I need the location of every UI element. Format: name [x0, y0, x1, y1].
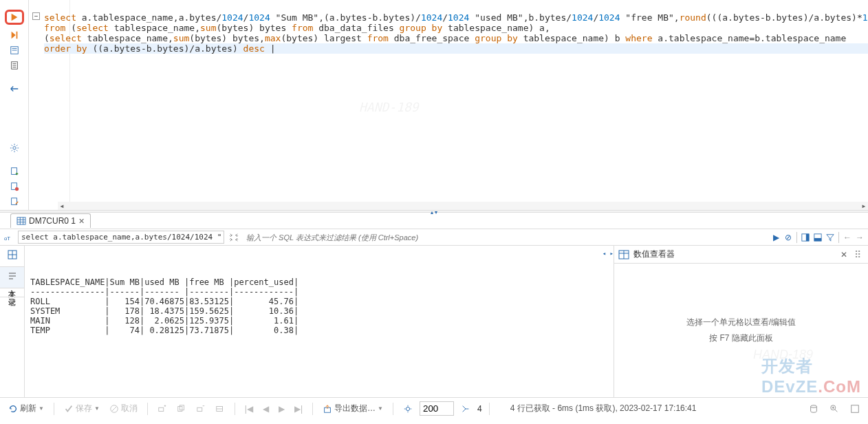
panel-menu-icon[interactable]: ⠿	[851, 249, 864, 260]
clear-filter-icon[interactable]: ⊘	[783, 232, 794, 243]
watermark-hand: HAND-189	[359, 100, 419, 114]
edit-copy-icon[interactable]	[174, 403, 189, 415]
svg-text:oT: oT	[4, 235, 10, 241]
cancel-icon	[109, 404, 119, 414]
run-button-highlight	[5, 10, 24, 25]
filter-input[interactable]	[243, 232, 766, 243]
status-text: 4 行已获取 - 6ms (1ms 获取), 2023-02-17 17:16:…	[510, 403, 697, 414]
dropdown-icon[interactable]: ▼	[39, 405, 44, 412]
dropdown-icon[interactable]: ▼	[94, 405, 100, 412]
grid-icon	[8, 250, 17, 259]
apply-filter-icon[interactable]: ▶	[770, 232, 781, 243]
db-icon[interactable]	[806, 403, 821, 415]
panel-toggle-icon[interactable]	[800, 232, 811, 243]
cancel-label: 取消	[121, 403, 138, 414]
text-icon	[8, 271, 17, 281]
nav-next-icon[interactable]: ▶	[276, 403, 287, 415]
svg-point-11	[14, 187, 18, 191]
link-file-icon[interactable]	[8, 195, 21, 208]
nav-last-icon[interactable]: ▶|	[292, 403, 305, 415]
explain-icon[interactable]	[8, 83, 21, 95]
run-step-icon[interactable]	[8, 29, 21, 41]
script-icon[interactable]	[8, 44, 21, 56]
value-panel-title: 数值查看器	[633, 248, 836, 260]
funnel-icon[interactable]	[825, 232, 836, 243]
value-grid-icon	[618, 250, 629, 259]
save-file-icon[interactable]	[8, 180, 21, 193]
nav-fwd-icon[interactable]: →	[854, 232, 865, 243]
sql-text-icon[interactable]: oT	[3, 232, 14, 243]
close-icon[interactable]: ✕	[840, 250, 847, 259]
edit-del-icon[interactable]	[193, 403, 208, 415]
dropdown-icon[interactable]: ▼	[378, 405, 383, 412]
svg-point-8	[12, 147, 15, 149]
edit-grid-icon[interactable]	[213, 403, 228, 415]
export-icon	[323, 404, 332, 414]
grid-icon	[17, 217, 26, 225]
check-icon	[64, 404, 74, 414]
save-button[interactable]: 保存 ▼	[61, 401, 102, 416]
refresh-icon	[8, 404, 18, 414]
row-count: 4	[477, 404, 482, 414]
panel-toggle2-icon[interactable]	[812, 232, 823, 243]
expand-icon[interactable]	[228, 232, 239, 243]
maximize-icon[interactable]	[847, 403, 862, 415]
nav-prev-icon[interactable]: ◀	[260, 403, 272, 415]
tab-grid[interactable]: 网格	[0, 246, 24, 267]
config-icon[interactable]	[400, 403, 415, 415]
cancel-button[interactable]: 取消	[107, 401, 140, 416]
value-panel-header: 数值查看器 ✕ ⠿	[614, 246, 868, 264]
svg-point-42	[406, 407, 409, 410]
settings-icon[interactable]	[8, 142, 21, 154]
svg-rect-34	[159, 407, 164, 411]
fold-button[interactable]: −	[32, 12, 40, 20]
svg-rect-37	[197, 407, 202, 411]
results-left-tabs: 网格 文本 记录	[0, 246, 25, 397]
save-label: 保存	[76, 403, 92, 414]
close-icon[interactable]: ✕	[78, 217, 85, 226]
svg-rect-20	[806, 233, 809, 240]
filter-bar: oT ▶ ⊘ ← →	[0, 229, 868, 246]
hscroll-left-icon[interactable]: ◀	[58, 202, 66, 210]
hscroll-right-icon[interactable]: ▶	[860, 202, 868, 210]
status-bar: 刷新 ▼ 保存 ▼ 取消 |◀ ◀ ▶ ▶| 导出数据… ▼ 4 4 行已获取 …	[0, 397, 868, 419]
value-panel-msg1: 选择一个单元格以查看/编辑值	[686, 317, 796, 328]
value-panel-msg2: 按 F7 隐藏此面板	[709, 332, 773, 344]
page-size-input[interactable]	[420, 401, 454, 416]
nav-first-icon[interactable]: |◀	[242, 403, 256, 415]
svg-rect-22	[814, 237, 821, 240]
svg-point-43	[811, 405, 817, 407]
nav-back-icon[interactable]: ←	[842, 232, 853, 243]
zoom-in-icon[interactable]	[827, 403, 842, 415]
fetch-size-icon[interactable]	[458, 403, 473, 415]
svg-line-33	[111, 406, 116, 411]
svg-rect-13	[17, 218, 25, 224]
new-file-icon[interactable]	[8, 165, 21, 178]
svg-line-45	[835, 409, 838, 412]
horizontal-splitter[interactable]: ▴ ▾	[0, 210, 868, 213]
export-button[interactable]: 导出数据… ▼	[320, 401, 386, 416]
results-area: 网格 文本 记录 ◂ ▸ TABLESPACE_NAME|Sum MB|used…	[0, 246, 868, 397]
svg-rect-48	[851, 405, 859, 412]
edit-add-icon[interactable]	[155, 403, 170, 415]
editor-hscroll[interactable]: ◀ ▶	[58, 202, 868, 210]
splitter-handle-icon[interactable]: ▴ ▾	[431, 209, 437, 215]
results-text[interactable]: ◂ ▸ TABLESPACE_NAME|Sum MB|used MB |free…	[25, 246, 614, 397]
result-tab-label: DM7CUR0 1	[29, 216, 76, 226]
code-content[interactable]: select a.tablespace_name,a.bytes/1024/10…	[44, 12, 868, 54]
tab-text[interactable]: 文本	[0, 267, 24, 288]
run-icon[interactable]	[8, 11, 21, 23]
svg-rect-0	[16, 32, 17, 39]
refresh-button[interactable]: 刷新 ▼	[6, 401, 47, 416]
tab-record[interactable]: 记录	[0, 288, 24, 297]
result-tab[interactable]: DM7CUR0 1 ✕	[10, 213, 91, 228]
vscroll-handle-icon[interactable]: ◂ ▸	[603, 248, 614, 258]
sql-editor[interactable]: − select a.tablespace_name,a.bytes/1024/…	[29, 0, 868, 210]
editor-toolbar	[0, 0, 29, 210]
export-label: 导出数据…	[334, 403, 376, 414]
refresh-label: 刷新	[20, 403, 36, 414]
watermark: 开发者 DEvZE.CoM	[761, 355, 861, 396]
doc-icon[interactable]	[8, 59, 21, 72]
sql-preview-input[interactable]	[18, 231, 224, 244]
